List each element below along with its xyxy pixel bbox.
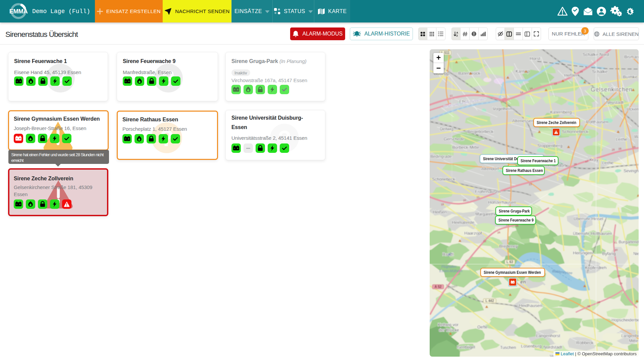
svg-text:Dellwig: Dellwig bbox=[440, 127, 453, 131]
svg-text:26: 26 bbox=[574, 163, 577, 166]
svg-text:Batenbrock: Batenbrock bbox=[458, 71, 480, 76]
svg-text:Stoppenberg: Stoppenberg bbox=[537, 143, 562, 148]
svg-text:29: 29 bbox=[632, 145, 636, 149]
svg-text:14: 14 bbox=[529, 87, 533, 90]
svg-text:23: 23 bbox=[529, 183, 532, 186]
svg-text:28: 28 bbox=[515, 224, 519, 228]
svg-text:Leithe: Leithe bbox=[602, 161, 613, 165]
svg-text:21: 21 bbox=[476, 196, 480, 199]
svg-text:A 52: A 52 bbox=[435, 285, 442, 289]
svg-text:Gelsenkirchen: Gelsenkirchen bbox=[591, 86, 633, 93]
svg-text:20: 20 bbox=[463, 199, 467, 202]
svg-text:Mitte: Mitte bbox=[629, 339, 638, 343]
svg-text:Bulmke-Hü: Bulmke-Hü bbox=[623, 74, 639, 79]
svg-text:16: 16 bbox=[580, 70, 583, 73]
svg-text:Vogelheim: Vogelheim bbox=[493, 106, 513, 111]
svg-text:L 442: L 442 bbox=[485, 299, 494, 303]
svg-text:Burgaltendo: Burgaltendo bbox=[619, 240, 639, 244]
svg-text:L 63: L 63 bbox=[506, 260, 513, 264]
svg-text:EMMA: EMMA bbox=[9, 8, 28, 15]
svg-text:Byfang: Byfang bbox=[602, 251, 615, 256]
svg-text:13: 13 bbox=[500, 100, 504, 104]
svg-text:Rotthausen: Rotthausen bbox=[586, 119, 608, 124]
svg-text:41: 41 bbox=[614, 241, 618, 244]
svg-text:15: 15 bbox=[554, 82, 557, 85]
svg-text:Oefte: Oefte bbox=[477, 325, 488, 329]
svg-text:38: 38 bbox=[587, 305, 591, 308]
svg-text:Z: Z bbox=[456, 34, 458, 37]
svg-text:Haarzopf: Haarzopf bbox=[464, 231, 482, 236]
svg-text:Kettwig vor: Kettwig vor bbox=[438, 322, 459, 327]
svg-text:Heßler: Heßler bbox=[564, 73, 578, 78]
svg-text:Leithe: Leithe bbox=[616, 137, 627, 142]
svg-text:Bredeney: Bredeney bbox=[499, 244, 518, 249]
svg-text:Röbbeck: Röbbeck bbox=[576, 340, 594, 345]
svg-text:Altenessen: Altenessen bbox=[512, 118, 534, 123]
svg-text:Bergeborbeck: Bergeborbeck bbox=[467, 129, 494, 134]
svg-text:Langenhorst: Langenhorst bbox=[536, 333, 560, 338]
svg-text:Schalke: Schalke bbox=[592, 69, 607, 74]
svg-text:Langenber: Langenber bbox=[621, 334, 639, 338]
svg-text:Katernberg: Katernberg bbox=[550, 110, 572, 115]
svg-text:Horst: Horst bbox=[530, 56, 540, 61]
svg-text:38: 38 bbox=[597, 301, 601, 304]
svg-text:Heidhausen: Heidhausen bbox=[519, 303, 542, 308]
svg-text:12: 12 bbox=[449, 94, 453, 98]
svg-text:Tuschen: Tuschen bbox=[500, 345, 516, 350]
svg-text:Borbeck-Mitte: Borbeck-Mitte bbox=[452, 145, 479, 150]
svg-text:Margarethe: Margarethe bbox=[475, 212, 497, 217]
svg-text:Essen-Mülheim: Essen-Mülheim bbox=[439, 269, 463, 273]
svg-text:Nieder: Nieder bbox=[633, 251, 639, 256]
svg-text:39: 39 bbox=[617, 275, 621, 278]
svg-text:en: en bbox=[520, 279, 526, 285]
svg-text:Frohnhausen: Frohnhausen bbox=[475, 189, 501, 194]
svg-text:28: 28 bbox=[618, 147, 622, 150]
svg-text:Neustadt: Neustadt bbox=[606, 100, 624, 105]
svg-text:14: 14 bbox=[520, 91, 524, 94]
svg-text:Ückend: Ückend bbox=[627, 107, 639, 112]
svg-text:Nordstadt: Nordstadt bbox=[543, 345, 562, 350]
svg-text:Überruhr-Holthausen: Überruhr-Holthausen bbox=[573, 231, 612, 236]
svg-text:der Brücke: der Brücke bbox=[439, 328, 459, 333]
svg-text:22: 22 bbox=[483, 240, 487, 243]
svg-text:Schonnebeck: Schonnebeck bbox=[562, 129, 588, 134]
svg-text:Heißen: Heißen bbox=[433, 209, 447, 215]
svg-text:Heimaterde: Heimaterde bbox=[452, 220, 474, 225]
svg-text:Flughafen: Flughafen bbox=[441, 265, 457, 268]
svg-text:Holsterhausen: Holsterhausen bbox=[488, 200, 516, 205]
svg-text:Heisingen: Heisingen bbox=[573, 250, 592, 255]
svg-text:Altendorf: Altendorf bbox=[481, 166, 499, 171]
svg-text:Überruhr-Hinsel: Überruhr-Hinsel bbox=[574, 217, 603, 221]
svg-text:19: 19 bbox=[441, 203, 444, 206]
svg-text:Gerschede: Gerschede bbox=[444, 137, 464, 141]
svg-text:A: A bbox=[456, 31, 458, 34]
svg-text:Bedingrade: Bedingrade bbox=[430, 154, 452, 159]
svg-text:27: 27 bbox=[585, 160, 589, 163]
svg-text:Wa: Wa bbox=[634, 134, 639, 139]
svg-text:Isenbügel: Isenbügel bbox=[457, 345, 475, 350]
svg-text:Losenburg: Losenburg bbox=[521, 344, 541, 349]
svg-text:Karnap: Karnap bbox=[516, 69, 530, 74]
svg-text:Sevingha: Sevingha bbox=[624, 169, 639, 173]
svg-text:28: 28 bbox=[611, 148, 615, 152]
svg-text:26: 26 bbox=[497, 231, 501, 234]
svg-text:39: 39 bbox=[619, 282, 623, 285]
svg-text:Bismarck: Bismarck bbox=[624, 54, 639, 59]
svg-text:Kray: Kray bbox=[589, 157, 598, 162]
svg-text:Schönebeck: Schönebeck bbox=[432, 177, 455, 182]
svg-text:Hopscheiderber: Hopscheiderber bbox=[611, 318, 639, 322]
